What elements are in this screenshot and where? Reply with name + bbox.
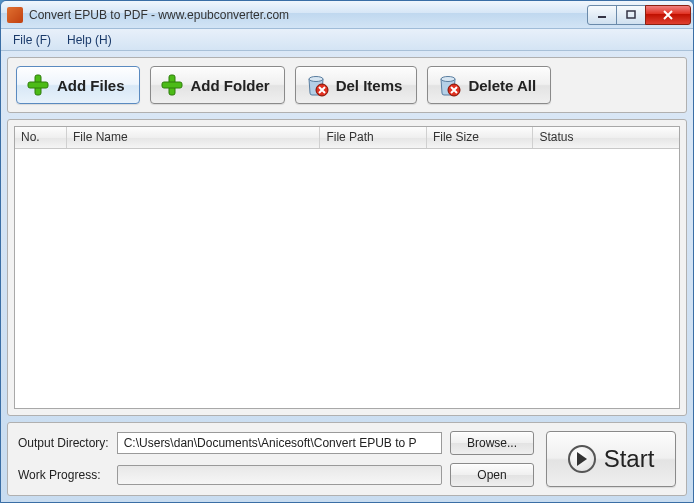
add-folder-label: Add Folder — [191, 77, 270, 94]
plus-icon — [25, 72, 51, 98]
client-area: Add Files Add Folder Del Items — [1, 51, 693, 502]
window-controls — [588, 5, 691, 25]
plus-icon — [159, 72, 185, 98]
output-dir-label: Output Directory: — [18, 436, 109, 450]
titlebar[interactable]: Convert EPUB to PDF - www.epubconverter.… — [1, 1, 693, 29]
col-status[interactable]: Status — [533, 127, 679, 148]
svg-rect-0 — [598, 16, 606, 18]
maximize-button[interactable] — [616, 5, 646, 25]
app-window: Convert EPUB to PDF - www.epubconverter.… — [0, 0, 694, 503]
svg-point-6 — [309, 77, 323, 82]
trash-delete-icon — [436, 72, 462, 98]
delete-all-label: Delete All — [468, 77, 536, 94]
col-no[interactable]: No. — [15, 127, 67, 148]
open-button[interactable]: Open — [450, 463, 534, 487]
list-header: No. File Name File Path File Size Status — [15, 127, 679, 149]
progress-bar — [117, 465, 442, 485]
window-title: Convert EPUB to PDF - www.epubconverter.… — [29, 8, 588, 22]
bottom-grid: Output Directory: Browse... Work Progres… — [18, 431, 534, 487]
svg-point-8 — [441, 77, 455, 82]
del-items-label: Del Items — [336, 77, 403, 94]
start-label: Start — [604, 445, 655, 473]
menu-file[interactable]: File (F) — [5, 31, 59, 49]
add-folder-button[interactable]: Add Folder — [150, 66, 285, 104]
add-files-button[interactable]: Add Files — [16, 66, 140, 104]
svg-rect-5 — [162, 82, 182, 88]
close-icon — [662, 10, 674, 20]
play-icon — [568, 445, 596, 473]
work-progress-label: Work Progress: — [18, 468, 109, 482]
menubar: File (F) Help (H) — [1, 29, 693, 51]
del-items-button[interactable]: Del Items — [295, 66, 418, 104]
bottom-panel: Output Directory: Browse... Work Progres… — [7, 422, 687, 496]
browse-button[interactable]: Browse... — [450, 431, 534, 455]
maximize-icon — [626, 10, 636, 19]
svg-rect-3 — [28, 82, 48, 88]
app-icon — [7, 7, 23, 23]
svg-rect-1 — [627, 11, 635, 18]
col-file-path[interactable]: File Path — [320, 127, 427, 148]
minimize-button[interactable] — [587, 5, 617, 25]
toolbar-panel: Add Files Add Folder Del Items — [7, 57, 687, 113]
menu-help[interactable]: Help (H) — [59, 31, 120, 49]
list-panel: No. File Name File Path File Size Status — [7, 119, 687, 416]
minimize-icon — [597, 11, 607, 19]
col-file-name[interactable]: File Name — [67, 127, 320, 148]
list-body[interactable] — [15, 149, 679, 408]
start-button[interactable]: Start — [546, 431, 676, 487]
output-dir-input[interactable] — [117, 432, 442, 454]
trash-delete-icon — [304, 72, 330, 98]
delete-all-button[interactable]: Delete All — [427, 66, 551, 104]
file-listview[interactable]: No. File Name File Path File Size Status — [14, 126, 680, 409]
close-button[interactable] — [645, 5, 691, 25]
add-files-label: Add Files — [57, 77, 125, 94]
col-file-size[interactable]: File Size — [427, 127, 534, 148]
